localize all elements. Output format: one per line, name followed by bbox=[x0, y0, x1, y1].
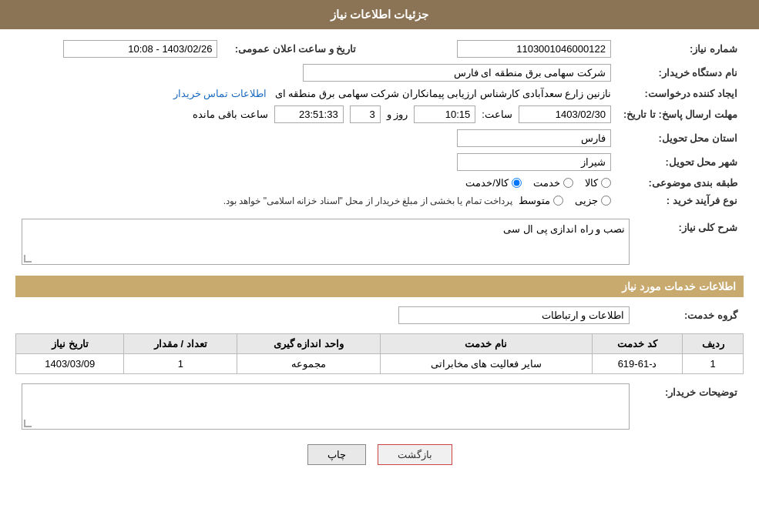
process-type-label: نوع فرآیند خرید : bbox=[617, 192, 744, 209]
deadline-row: 1403/02/30 ساعت: 10:15 روز و 3 23:51:33 bbox=[15, 102, 617, 126]
contact-link[interactable]: اطلاعات تماس خریدار bbox=[173, 88, 267, 99]
category-kala[interactable]: کالا bbox=[585, 177, 611, 189]
button-row: بازگشت چاپ bbox=[15, 444, 744, 465]
deadline-date-field: 1403/02/30 bbox=[519, 105, 611, 123]
cell-service-name: سایر فعالیت های مخابراتی bbox=[380, 354, 592, 374]
col-service-name: نام خدمت bbox=[380, 334, 592, 354]
process-note: پرداخت تمام یا بخشی از مبلغ خریدار از مح… bbox=[223, 196, 512, 206]
col-row: ردیف bbox=[683, 334, 744, 354]
col-date: تاریخ نیاز bbox=[16, 334, 124, 354]
deadline-time-field: 10:15 bbox=[414, 105, 475, 123]
col-unit: واحد اندازه گیری bbox=[237, 334, 380, 354]
need-desc-label: شرح کلی نیاز: bbox=[636, 216, 744, 268]
process-jozii-radio[interactable] bbox=[601, 196, 611, 206]
buyer-desc-table: توضیحات خریدار: bbox=[15, 380, 744, 433]
print-button[interactable]: چاپ bbox=[307, 444, 366, 465]
deadline-time-label: ساعت: bbox=[482, 109, 512, 120]
main-content: شماره نیاز: 1103001046000122 تاریخ و ساع… bbox=[0, 29, 759, 484]
service-group-table: گروه خدمت: اطلاعات و ارتباطات bbox=[15, 303, 744, 327]
col-quantity: تعداد / مقدار bbox=[124, 334, 237, 354]
process-motavaset-radio[interactable] bbox=[553, 196, 563, 206]
category-label: طبقه بندی موضوعی: bbox=[617, 174, 744, 192]
need-desc-table: شرح کلی نیاز: نصب و راه اندازی پی ال سی bbox=[15, 216, 744, 268]
city-label: شهر محل تحویل: bbox=[617, 150, 744, 174]
service-group-value: اطلاعات و ارتباطات bbox=[15, 303, 636, 327]
announce-date-field: 1403/02/26 - 10:08 bbox=[63, 40, 217, 58]
process-jozii[interactable]: جزیی bbox=[575, 195, 611, 206]
deadline-label: مهلت ارسال پاسخ: تا تاریخ: bbox=[617, 102, 744, 126]
org-name-field: شرکت سهامی برق منطقه ای فارس bbox=[303, 64, 611, 82]
buyer-desc-resize bbox=[24, 420, 32, 427]
category-kala-khedmat-radio[interactable] bbox=[512, 178, 522, 188]
need-number-field: 1103001046000122 bbox=[457, 40, 611, 58]
need-number-label: شماره نیاز: bbox=[617, 37, 744, 61]
services-table: ردیف کد خدمت نام خدمت واحد اندازه گیری ت… bbox=[15, 333, 744, 374]
service-info-header: اطلاعات خدمات مورد نیاز bbox=[15, 276, 744, 297]
service-group-field: اطلاعات و ارتباطات bbox=[398, 306, 630, 324]
creator-label: ایجاد کننده درخواست: bbox=[617, 85, 744, 102]
cell-quantity: 1 bbox=[124, 354, 237, 374]
org-name-label: نام دستگاه خریدار: bbox=[617, 61, 744, 85]
category-khedmat-radio[interactable] bbox=[563, 178, 573, 188]
need-desc-value: نصب و راه اندازی پی ال سی bbox=[15, 216, 636, 268]
buyer-desc-field bbox=[22, 383, 630, 430]
deadline-days-field: 3 bbox=[350, 105, 381, 123]
province-field: فارس bbox=[457, 129, 611, 147]
page-title: جزئیات اطلاعات نیاز bbox=[331, 8, 428, 21]
cell-service-code: د-61-619 bbox=[592, 354, 682, 374]
resize-handle bbox=[24, 255, 32, 263]
announce-date-value: 1403/02/26 - 10:08 bbox=[15, 37, 223, 61]
process-motavaset[interactable]: متوسط bbox=[519, 195, 563, 206]
page-wrapper: جزئیات اطلاعات نیاز شماره نیاز: 11030010… bbox=[0, 0, 759, 532]
buyer-desc-label: توضیحات خریدار: bbox=[636, 380, 744, 433]
category-kala-khedmat[interactable]: کالا/خدمت bbox=[465, 177, 522, 189]
org-name-value: شرکت سهامی برق منطقه ای فارس bbox=[15, 61, 617, 85]
buyer-desc-value bbox=[15, 380, 636, 433]
category-kala-radio[interactable] bbox=[601, 178, 611, 188]
process-type-row: جزیی متوسط پرداخت تمام یا بخشی از مبلغ خ… bbox=[15, 192, 617, 209]
back-button[interactable]: بازگشت bbox=[378, 444, 452, 465]
info-table: شماره نیاز: 1103001046000122 تاریخ و ساع… bbox=[15, 37, 744, 209]
service-group-label: گروه خدمت: bbox=[636, 303, 744, 327]
page-header: جزئیات اطلاعات نیاز bbox=[0, 0, 759, 29]
creator-value: نازنین زارع سعدآبادی کارشناس ارزیابی پیم… bbox=[15, 85, 617, 102]
city-value: شیراز bbox=[408, 150, 616, 174]
category-options: کالا خدمت کالا/خدمت bbox=[15, 174, 617, 192]
table-row: 1 د-61-619 سایر فعالیت های مخابراتی مجمو… bbox=[16, 354, 744, 374]
deadline-day-label: روز و bbox=[387, 109, 408, 120]
cell-date: 1403/03/09 bbox=[16, 354, 124, 374]
province-label: استان محل تحویل: bbox=[617, 126, 744, 150]
announce-date-label: تاریخ و ساعت اعلان عمومی: bbox=[223, 37, 362, 61]
deadline-remaining-label: ساعت باقی مانده bbox=[193, 109, 267, 120]
city-field: شیراز bbox=[457, 153, 611, 171]
need-number-value: 1103001046000122 bbox=[408, 37, 616, 61]
need-desc-field: نصب و راه اندازی پی ال سی bbox=[22, 219, 630, 265]
cell-unit: مجموعه bbox=[237, 354, 380, 374]
deadline-remaining-field: 23:51:33 bbox=[274, 105, 344, 123]
category-khedmat[interactable]: خدمت bbox=[533, 177, 573, 189]
cell-row: 1 bbox=[683, 354, 744, 374]
province-value: فارس bbox=[408, 126, 616, 150]
col-service-code: کد خدمت bbox=[592, 334, 682, 354]
